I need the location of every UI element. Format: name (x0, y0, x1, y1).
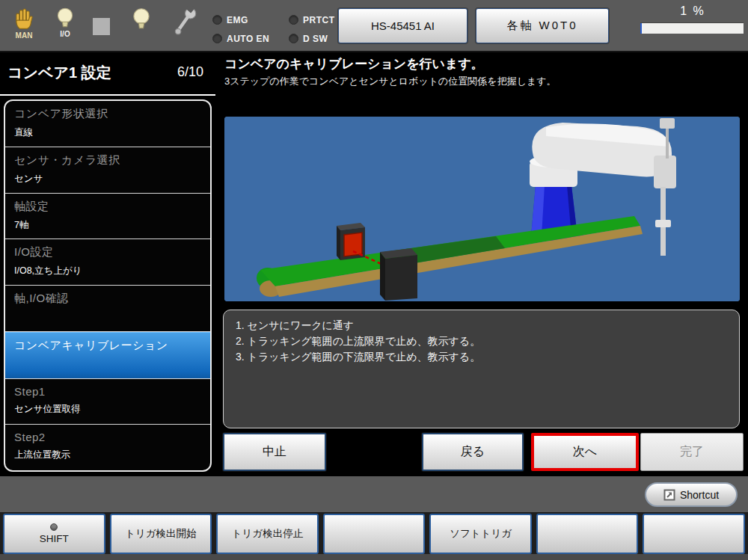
fn-soft-trigger-button[interactable]: ソフトトリガ (429, 514, 532, 554)
shortcut-button[interactable]: Shortcut (645, 482, 738, 507)
robot-model-button[interactable]: HS-45451 AI (338, 8, 468, 43)
speed-progress-bar (640, 22, 744, 34)
teach-pendant-screen: MAN I/O (0, 0, 748, 560)
instruction-step-1: 1. センサにワークに通す (236, 318, 727, 333)
shortcut-label: Shortcut (680, 489, 719, 501)
sidebar-item-conveyor-calibration[interactable]: コンベアキャリブレーション (5, 332, 210, 379)
hand-icon (10, 6, 37, 33)
page-title: コンベア1 設定 (7, 63, 111, 83)
led-auto-en: AUTO EN (212, 31, 281, 46)
speed-percentage: 1 % (640, 4, 745, 18)
instruction-step-3: 3. トラッキング範囲の下流限界で止め、教示する。 (236, 349, 727, 365)
instruction-title: コンベアのキャリブレーションを行います。 (224, 55, 484, 73)
bottom-edge (0, 554, 748, 560)
instruction-step-2: 2. トラッキング範囲の上流限界で止め、教示する。 (236, 333, 727, 349)
sidebar-item-io-config[interactable]: I/O設定 I/O8,立ち上がり (5, 239, 210, 286)
square-indicator-icon (93, 18, 110, 35)
coordinate-mode-button[interactable]: 各軸 W0T0 (476, 8, 609, 43)
calibration-illustration (224, 117, 740, 301)
function-key-row: SHIFT トリガ検出開始 トリガ検出停止 ソフトトリガ (0, 512, 748, 560)
sidebar-header: コンベア1 設定 6/10 (0, 52, 215, 94)
shortcut-icon (663, 489, 675, 501)
sidebar-item-axis-io-check[interactable]: 軸,I/O確認 (5, 286, 210, 332)
sidebar-item-step2[interactable]: Step2 上流位置教示 (5, 425, 210, 470)
robot-scene (224, 117, 740, 301)
steps-instruction-box: 1. センサにワークに通す 2. トラッキング範囲の上流限界で止め、教示する。 … (223, 310, 740, 428)
emg-led-icon (212, 15, 222, 25)
fn-trigger-detect-start-button[interactable]: トリガ検出開始 (110, 514, 212, 554)
shortcut-strip: Shortcut (0, 476, 748, 512)
top-status-bar: MAN I/O (0, 0, 748, 52)
manual-mode-label: MAN (16, 31, 33, 40)
status-led-grid: EMG PRTCT AUTO EN D SW (212, 12, 335, 46)
wrench-icon (171, 6, 200, 39)
fn-blank-button-3[interactable] (643, 514, 745, 554)
led-prtct: PRTCT (289, 12, 335, 28)
bulb-icon (129, 6, 154, 31)
sidebar-item-axis-config[interactable]: 軸設定 7軸 (5, 194, 210, 240)
maintenance-indicator (171, 6, 200, 39)
instruction-subtitle: 3ステップの作業でコンベアとセンサとロボットの位置関係を把握します。 (224, 75, 557, 88)
shift-led-icon (50, 523, 58, 531)
led-emg: EMG (212, 12, 281, 28)
speed-progress-fill (640, 23, 642, 34)
d-sw-led-icon (289, 34, 298, 43)
io-indicator: I/O (52, 6, 78, 38)
finish-button[interactable]: 完了 (640, 433, 744, 471)
sidebar-item-sensor-camera[interactable]: センサ・カメラ選択 センサ (5, 147, 210, 194)
led-d-sw: D SW (289, 31, 335, 46)
fn-blank-button-1[interactable] (323, 514, 426, 554)
fn-shift-button[interactable]: SHIFT (3, 514, 105, 554)
sidebar-header-divider (0, 94, 215, 96)
io-bulb-icon (52, 6, 78, 31)
setup-steps-list: コンベア形状選択 直線 センサ・カメラ選択 センサ 軸設定 7軸 I/O設定 I… (4, 99, 212, 472)
next-button[interactable]: 次へ (531, 433, 639, 471)
sidebar-item-conveyor-shape[interactable]: コンベア形状選択 直線 (5, 101, 210, 147)
manual-mode-indicator: MAN (10, 6, 37, 40)
page-counter: 6/10 (177, 64, 203, 80)
auto-en-led-icon (212, 34, 222, 43)
back-button[interactable]: 戻る (422, 433, 524, 471)
abort-button[interactable]: 中止 (223, 433, 326, 471)
io-label: I/O (60, 30, 70, 38)
lamp-indicator (129, 6, 154, 31)
sidebar-item-step1[interactable]: Step1 センサ位置取得 (5, 379, 210, 425)
fn-trigger-detect-stop-button[interactable]: トリガ検出停止 (216, 514, 319, 554)
speed-display: 1 % (640, 4, 745, 34)
prtct-led-icon (289, 15, 298, 25)
fn-blank-button-2[interactable] (536, 514, 639, 554)
